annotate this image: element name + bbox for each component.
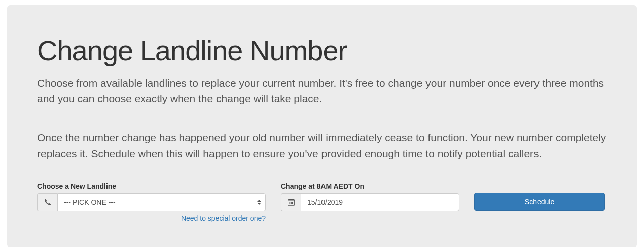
date-input-group: [281, 193, 459, 211]
landline-group: Choose a New Landline --- PICK ONE --- N…: [37, 182, 266, 222]
page-title: Change Landline Number: [37, 35, 607, 66]
divider: [37, 118, 607, 118]
calendar-icon: [281, 193, 301, 211]
landline-label: Choose a New Landline: [37, 182, 266, 190]
form-row: Choose a New Landline --- PICK ONE --- N…: [37, 182, 607, 222]
change-landline-panel: Change Landline Number Choose from avail…: [7, 5, 637, 247]
lead-text: Choose from available landlines to repla…: [37, 75, 607, 107]
special-order-link[interactable]: Need to special order one?: [37, 214, 266, 222]
date-input[interactable]: [301, 193, 459, 211]
schedule-button[interactable]: Schedule: [474, 193, 605, 211]
landline-input-group: --- PICK ONE ---: [37, 193, 266, 211]
landline-select[interactable]: --- PICK ONE ---: [57, 193, 266, 211]
date-label: Change at 8AM AEDT On: [281, 182, 459, 190]
phone-icon: [37, 193, 57, 211]
info-text: Once the number change has happened your…: [37, 130, 607, 162]
submit-group: Schedule: [474, 182, 605, 211]
date-group: Change at 8AM AEDT On: [281, 182, 459, 211]
